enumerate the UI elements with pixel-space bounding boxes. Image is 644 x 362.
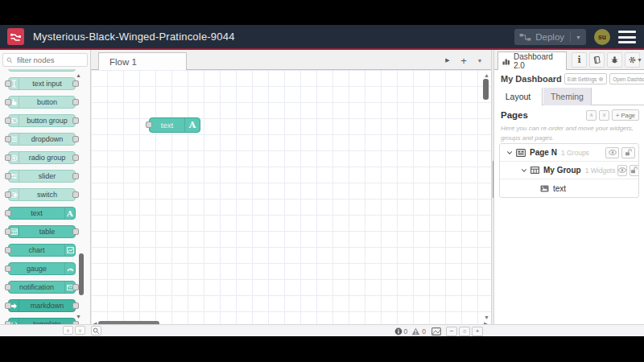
- palette-scrollbar[interactable]: [79, 253, 84, 295]
- node-port[interactable]: [5, 80, 11, 87]
- main-menu-button[interactable]: [618, 31, 636, 43]
- node-port[interactable]: [72, 228, 79, 235]
- lock-button[interactable]: [630, 165, 639, 176]
- splitter-grip: [493, 161, 493, 198]
- canvas-node-text[interactable]: text A: [149, 117, 200, 133]
- tab-theming[interactable]: Theming: [543, 88, 592, 105]
- move-down-button[interactable]: ∨: [599, 110, 609, 121]
- user-avatar[interactable]: su: [594, 29, 610, 45]
- node-port[interactable]: [5, 117, 11, 124]
- node-port[interactable]: [72, 80, 79, 87]
- tab-help[interactable]: [589, 52, 605, 68]
- node-port[interactable]: [72, 136, 79, 142]
- node-port[interactable]: [72, 302, 79, 309]
- node-label: markdown: [19, 302, 75, 310]
- move-up-button[interactable]: ∧: [586, 110, 597, 121]
- config-tab-icon: [628, 56, 637, 64]
- palette-collapse-button[interactable]: ∧: [63, 326, 73, 335]
- node-port[interactable]: [5, 302, 11, 309]
- deploy-button[interactable]: Deploy ▼: [514, 29, 586, 45]
- help-tab-icon: [592, 56, 601, 64]
- tab-dashboard[interactable]: Dashboard 2.0: [497, 51, 567, 70]
- palette-scroll-up-icon[interactable]: ▲: [76, 72, 81, 78]
- node-port[interactable]: [5, 247, 11, 253]
- node-red-app: Mysterious-Black-Winged-Pratincole-9044 …: [0, 25, 644, 336]
- node-port[interactable]: [72, 99, 79, 105]
- palette-filter-input[interactable]: [15, 55, 80, 65]
- navigator-icon[interactable]: [431, 327, 441, 335]
- tab-layout[interactable]: Layout: [494, 88, 543, 105]
- tab-debug[interactable]: [607, 52, 622, 68]
- canvas-scroll-down-icon[interactable]: ▼: [484, 315, 489, 320]
- node-port[interactable]: [72, 284, 79, 290]
- node-port[interactable]: [72, 154, 79, 161]
- node-port[interactable]: [146, 121, 152, 128]
- tree-row-group[interactable]: My Group 1 Widgets: [500, 162, 638, 179]
- node-port[interactable]: [5, 210, 11, 216]
- node-port[interactable]: [5, 284, 11, 290]
- palette-node-gauge[interactable]: gauge: [8, 262, 76, 275]
- node-port[interactable]: [5, 99, 11, 105]
- node-port[interactable]: [72, 117, 79, 124]
- zoom-reset-button[interactable]: ○: [459, 327, 470, 336]
- palette-node-switch[interactable]: switch: [8, 188, 76, 201]
- status-right-group: 0 0 − ○ +: [394, 325, 483, 336]
- palette-node-slider[interactable]: slider: [8, 170, 76, 183]
- palette-node-button[interactable]: button: [8, 96, 76, 109]
- node-port[interactable]: [72, 191, 79, 198]
- node-label: radio group: [19, 154, 75, 162]
- palette-node-button-group[interactable]: button group: [8, 114, 76, 127]
- lock-button[interactable]: [621, 147, 635, 158]
- visibility-button[interactable]: [605, 147, 619, 158]
- widget-label: text: [553, 184, 566, 193]
- tab-info[interactable]: i: [572, 52, 587, 68]
- node-port[interactable]: [5, 265, 11, 272]
- deploy-chevron-down-icon[interactable]: ▼: [576, 35, 581, 40]
- status-bar: ∧ ∨ 0 0: [0, 324, 644, 336]
- palette-node-text-input[interactable]: text input: [8, 77, 76, 90]
- palette-node-chart[interactable]: chart: [8, 244, 76, 257]
- warning-icon[interactable]: [411, 327, 420, 335]
- zoom-in-button[interactable]: +: [472, 327, 483, 336]
- chevron-down-icon[interactable]: [506, 150, 513, 155]
- flow-tab[interactable]: Flow 1: [98, 52, 187, 71]
- chevron-down-icon[interactable]: [521, 168, 527, 173]
- open-dashboard-button[interactable]: Open Dashboard: [609, 73, 644, 84]
- tree-row-page[interactable]: Page N 1 Groups: [500, 144, 638, 162]
- add-page-button[interactable]: + Page: [612, 109, 639, 121]
- palette-node-dropdown[interactable]: dropdown: [8, 133, 76, 146]
- info-circle-icon[interactable]: [394, 327, 402, 335]
- warning-count: 0: [422, 327, 426, 335]
- palette-node-template[interactable]: template: [8, 318, 76, 324]
- palette-node-text[interactable]: text A: [8, 207, 76, 220]
- add-flow-button[interactable]: +: [456, 53, 472, 68]
- node-port[interactable]: [5, 228, 11, 235]
- node-port[interactable]: [72, 173, 79, 179]
- palette-scroll-down-icon[interactable]: ▼: [76, 314, 81, 319]
- palette-filter[interactable]: [2, 53, 88, 67]
- pages-tree: Page N 1 Groups: [499, 143, 639, 198]
- palette-node-partial-top[interactable]: [8, 69, 76, 72]
- tree-row-widget[interactable]: text: [500, 179, 638, 197]
- node-port[interactable]: [5, 191, 11, 198]
- node-port[interactable]: [5, 136, 11, 142]
- palette-node-notification[interactable]: notification: [8, 281, 76, 294]
- palette-node-table[interactable]: table: [8, 225, 76, 238]
- search-flows-button[interactable]: [91, 326, 101, 335]
- visibility-button[interactable]: [617, 165, 627, 176]
- palette-node-markdown[interactable]: markdown: [8, 299, 76, 312]
- page-icon: [516, 149, 526, 157]
- node-port[interactable]: [5, 173, 11, 179]
- edit-settings-button[interactable]: Edit Settings: [564, 73, 608, 84]
- canvas-vertical-scrollbar[interactable]: [483, 79, 489, 100]
- sidebar-tabs-chevron-down-icon[interactable]: ▼: [637, 57, 642, 63]
- canvas-scroll-up-icon[interactable]: ▲: [484, 72, 489, 78]
- flow-list-chevron-down-icon[interactable]: ▼: [472, 53, 488, 68]
- palette-expand-button[interactable]: ∨: [75, 326, 85, 335]
- tab-scroll-right-icon[interactable]: ▶: [440, 53, 456, 68]
- zoom-out-button[interactable]: −: [446, 327, 457, 336]
- node-port[interactable]: [5, 154, 11, 161]
- palette-node-radio-group[interactable]: radio group: [8, 151, 76, 164]
- canvas-grid[interactable]: text A: [91, 70, 491, 324]
- right-sidebar: Dashboard 2.0 i: [494, 50, 644, 324]
